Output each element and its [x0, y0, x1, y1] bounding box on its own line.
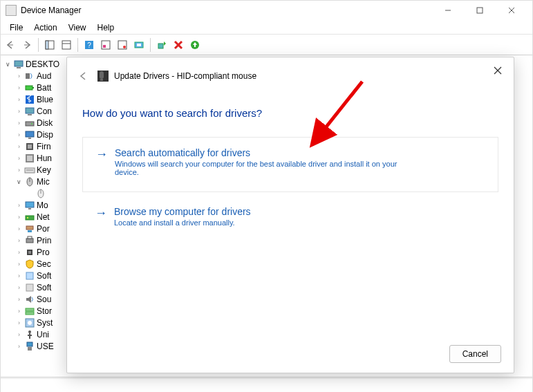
svg-point-55 — [28, 321, 32, 325]
svg-rect-60 — [28, 347, 32, 351]
svg-rect-6 — [62, 41, 71, 49]
svg-rect-20 — [26, 73, 30, 79]
menu-file[interactable]: File — [4, 21, 28, 34]
dialog-title: Update Drivers - HID-compliant mouse — [114, 71, 505, 81]
svg-point-13 — [123, 46, 126, 48]
menu-action[interactable]: Action — [28, 21, 62, 34]
svg-rect-40 — [26, 202, 34, 207]
status-bar — [1, 378, 532, 392]
tree-item-label: Mic — [37, 177, 50, 187]
tree-item-label: Sou — [37, 295, 51, 304]
minimize-button[interactable] — [432, 0, 464, 21]
dialog-body: How do you want to search for drivers? →… — [67, 107, 514, 231]
svg-rect-44 — [26, 226, 33, 230]
tree-item-label: Batt — [37, 83, 51, 93]
svg-rect-53 — [26, 312, 34, 315]
dialog-header: Update Drivers - HID-compliant mouse — [67, 57, 514, 95]
dialog-footer: Cancel — [449, 345, 501, 363]
svg-rect-22 — [32, 87, 34, 88]
tree-item-label: Disp — [37, 130, 53, 140]
tree-item-label: Prin — [37, 236, 51, 245]
svg-rect-5 — [46, 41, 48, 49]
titlebar: Device Manager — [0, 0, 533, 21]
svg-rect-19 — [17, 67, 21, 68]
menu-view[interactable]: View — [63, 21, 92, 34]
app-icon — [6, 5, 17, 16]
maximize-button[interactable] — [464, 0, 496, 21]
svg-rect-29 — [28, 138, 31, 139]
tree-item-label: Con — [37, 106, 52, 116]
svg-rect-18 — [15, 61, 23, 66]
svg-rect-64 — [100, 79, 103, 81]
svg-rect-41 — [28, 208, 31, 209]
toolbar: ? — [0, 35, 533, 55]
tree-item-label: Pro — [37, 248, 50, 257]
menu-help[interactable]: Help — [92, 21, 120, 34]
tree-item-label: Soft — [37, 283, 51, 292]
action-button2[interactable] — [115, 37, 130, 53]
dialog-title-prefix: Update Drivers - — [114, 71, 177, 81]
close-button[interactable] — [496, 0, 527, 21]
dialog-heading: How do you want to search for drivers? — [82, 107, 498, 119]
svg-rect-25 — [28, 114, 32, 115]
tree-item-label: Mo — [37, 200, 48, 210]
dialog-back-button[interactable] — [75, 68, 92, 84]
svg-rect-52 — [26, 308, 34, 311]
arrow-right-icon: → — [95, 147, 108, 162]
properties-button[interactable] — [59, 37, 74, 53]
tree-item-label: Hun — [37, 153, 52, 163]
update-drivers-dialog: Update Drivers - HID-compliant mouse How… — [66, 57, 514, 373]
tree-item-label: USE — [37, 342, 54, 351]
enable-button[interactable] — [187, 37, 203, 53]
svg-rect-24 — [26, 108, 34, 113]
cancel-button[interactable]: Cancel — [449, 345, 501, 363]
device-icon — [97, 71, 109, 82]
arrow-right-icon: → — [95, 206, 107, 221]
svg-point-56 — [28, 330, 31, 333]
svg-rect-1 — [477, 8, 483, 13]
svg-rect-26 — [26, 122, 34, 126]
svg-rect-33 — [27, 156, 32, 161]
tree-item-label: Stor — [37, 306, 52, 316]
svg-rect-63 — [100, 71, 104, 79]
tree-item-label: Por — [37, 224, 50, 234]
svg-rect-11 — [103, 45, 106, 48]
svg-text:?: ? — [87, 41, 91, 49]
option1-desc: Windows will search your computer for th… — [115, 160, 405, 176]
option1-title: Search automatically for drivers — [115, 147, 405, 158]
action-button1[interactable] — [98, 37, 113, 53]
tree-item-label: Firn — [37, 142, 51, 151]
svg-rect-21 — [26, 86, 32, 90]
svg-rect-59 — [27, 342, 32, 346]
option-search-automatically[interactable]: → Search automatically for drivers Windo… — [82, 137, 498, 192]
svg-rect-51 — [26, 284, 33, 291]
option2-desc: Locate and install a driver manually. — [114, 218, 251, 227]
tree-item-label: Aud — [37, 71, 51, 81]
svg-rect-15 — [137, 44, 141, 46]
svg-point-27 — [31, 123, 32, 124]
tree-item-label: Syst — [37, 318, 53, 328]
svg-rect-16 — [158, 44, 163, 48]
back-button[interactable] — [3, 37, 18, 53]
svg-rect-49 — [28, 251, 31, 254]
svg-rect-47 — [28, 236, 32, 239]
tree-item-label: Sec — [37, 259, 51, 269]
tree-item-label: Net — [37, 212, 50, 222]
scan-button[interactable] — [131, 37, 147, 53]
uninstall-button[interactable] — [171, 37, 186, 53]
svg-rect-31 — [28, 144, 32, 149]
help-button[interactable]: ? — [82, 37, 97, 53]
svg-rect-42 — [26, 216, 34, 220]
option-browse-computer[interactable]: → Browse my computer for drivers Locate … — [82, 202, 498, 231]
svg-rect-45 — [28, 230, 32, 232]
menubar: File Action View Help — [0, 21, 533, 35]
tree-item-label: Blue — [37, 95, 53, 104]
forward-button[interactable] — [19, 37, 35, 53]
svg-point-43 — [27, 217, 28, 218]
svg-rect-28 — [26, 131, 34, 137]
dialog-close-button[interactable] — [486, 60, 509, 81]
tree-item-label: Key — [37, 165, 51, 175]
window-title: Device Manager — [21, 6, 432, 15]
update-driver-button[interactable] — [154, 37, 169, 53]
show-hide-button[interactable] — [42, 37, 57, 53]
